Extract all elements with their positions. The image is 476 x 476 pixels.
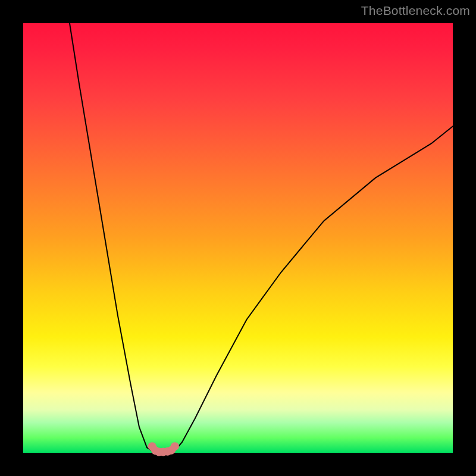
watermark-text: TheBottleneck.com xyxy=(361,4,470,18)
chart-svg xyxy=(23,23,453,453)
valley-marker xyxy=(171,442,179,450)
marker-layer xyxy=(148,442,179,456)
bottleneck-curve xyxy=(70,23,453,452)
chart-frame: TheBottleneck.com xyxy=(0,0,476,476)
plot-area xyxy=(23,23,453,453)
curve-layer xyxy=(70,23,453,452)
